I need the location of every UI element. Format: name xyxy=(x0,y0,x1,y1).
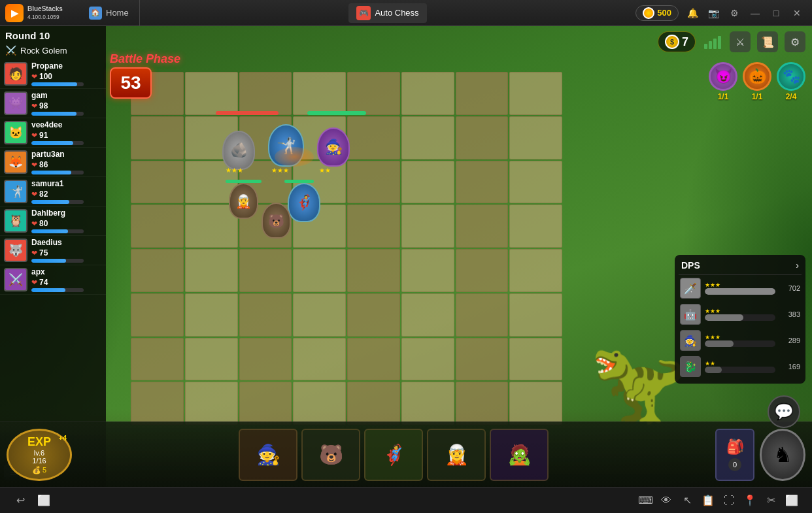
board-cell[interactable] xyxy=(131,338,184,381)
board-cell[interactable] xyxy=(239,338,292,381)
shop-slot-3[interactable]: 🧝 xyxy=(427,429,486,481)
board-cell[interactable] xyxy=(401,72,454,115)
board-cell[interactable] xyxy=(131,293,184,337)
board-cell[interactable] xyxy=(456,382,509,425)
game-tab[interactable]: 🎮 Auto Chess xyxy=(348,3,426,23)
shop-slot-4[interactable]: 🧟 xyxy=(490,429,549,481)
board-cell[interactable] xyxy=(456,116,509,159)
maximize-btn[interactable]: □ xyxy=(769,6,783,20)
board-cell[interactable] xyxy=(293,249,346,292)
board-cell[interactable] xyxy=(509,205,562,248)
shop-slot-0[interactable]: 🧙 xyxy=(239,429,297,481)
sword-icon: ⚔️ xyxy=(5,45,16,56)
board-cell[interactable] xyxy=(131,116,184,159)
settings-btn[interactable]: ⚙ xyxy=(727,6,741,20)
board-cell[interactable] xyxy=(347,293,400,337)
cursor-icon[interactable]: ↖ xyxy=(680,493,694,508)
swords-icon-btn[interactable]: ⚔ xyxy=(730,31,751,52)
scroll-icon-btn[interactable]: 📜 xyxy=(757,31,778,52)
board-cell[interactable] xyxy=(239,382,292,425)
board-cell[interactable] xyxy=(131,382,184,425)
board-cell[interactable] xyxy=(509,382,562,425)
dps-bar xyxy=(705,340,775,347)
board-cell[interactable] xyxy=(456,205,509,248)
board-cell[interactable] xyxy=(401,161,454,204)
board-cell[interactable] xyxy=(509,249,562,292)
board-cell[interactable] xyxy=(509,72,562,115)
board-cell[interactable] xyxy=(509,293,562,337)
board-cell[interactable] xyxy=(239,293,292,337)
shop-char-icon: 🐻 xyxy=(319,443,343,466)
board-cell[interactable] xyxy=(239,72,292,115)
board-cell[interactable] xyxy=(347,382,400,425)
synergy-item-2[interactable]: 🐾 2/4 xyxy=(777,62,805,101)
fullscreen-icon[interactable]: ⛶ xyxy=(722,493,736,508)
game-area: 🪨 🤺 🧙 ★★★ ★★★ ★★ 🧝 🦸 xyxy=(0,26,812,487)
board-cell[interactable] xyxy=(293,293,346,337)
board-cell[interactable] xyxy=(456,161,509,204)
board-cell[interactable] xyxy=(509,161,562,204)
board-cell[interactable] xyxy=(401,338,454,381)
eye-icon[interactable]: 👁 xyxy=(659,493,673,508)
shop-slot-1[interactable]: 🐻 xyxy=(301,429,360,481)
board-cell[interactable] xyxy=(347,72,400,115)
home-btn[interactable]: ⬜ xyxy=(37,493,51,508)
board-cell[interactable] xyxy=(456,72,509,115)
board-cell[interactable] xyxy=(401,382,454,425)
close-btn[interactable]: ✕ xyxy=(790,6,804,20)
camera-btn[interactable]: 📷 xyxy=(706,6,720,20)
synergy-item-1[interactable]: 🎃 1/1 xyxy=(743,62,771,101)
chessboard[interactable]: 🪨 🤺 🧙 ★★★ ★★★ ★★ 🧝 🦸 xyxy=(111,59,582,438)
board-cell[interactable] xyxy=(293,382,346,425)
back-btn[interactable]: ↩ xyxy=(13,493,27,508)
player-hp: ❤ 82 xyxy=(31,190,102,199)
dps-value: 383 xyxy=(779,310,800,318)
dps-rows: 🗡️ ★★★ 702 🤖 ★★★ 383 🧙 ★★★ 289 🐉 ★★ xyxy=(679,275,802,380)
copy-icon[interactable]: 📋 xyxy=(701,493,715,508)
board-cell[interactable] xyxy=(456,249,509,292)
shop-slot-2[interactable]: 🦸 xyxy=(364,429,423,481)
battery-icon xyxy=(702,31,723,52)
board-cell[interactable] xyxy=(131,205,184,248)
player-hp: ❤ 75 xyxy=(31,248,102,257)
exp-panel[interactable]: +4 EXP lv.6 1/16 💰 5 xyxy=(7,429,72,481)
notification-btn[interactable]: 🔔 xyxy=(685,6,700,20)
location-icon[interactable]: 📍 xyxy=(743,493,757,508)
board-cell[interactable] xyxy=(456,338,509,381)
board-cell[interactable] xyxy=(239,249,292,292)
board-cell[interactable] xyxy=(456,293,509,337)
board-cell[interactable] xyxy=(293,72,346,115)
board-cell[interactable] xyxy=(293,338,346,381)
board-cell[interactable] xyxy=(185,72,238,115)
board-cell[interactable] xyxy=(401,249,454,292)
dps-arrow-icon[interactable]: › xyxy=(796,260,799,271)
board-cell[interactable] xyxy=(347,338,400,381)
home-tab[interactable]: 🏠 Home xyxy=(78,0,140,25)
board-cell[interactable] xyxy=(509,338,562,381)
synergy-item-0[interactable]: 😈 1/1 xyxy=(709,62,737,101)
keyboard-icon[interactable]: ⌨ xyxy=(638,493,652,508)
chat-button[interactable]: 💬 xyxy=(768,395,800,428)
board-cell[interactable] xyxy=(509,116,562,159)
gear-icon-btn[interactable]: ⚙ xyxy=(785,31,805,52)
board-cell[interactable] xyxy=(185,338,238,381)
board-cell[interactable] xyxy=(131,249,184,292)
board-cell[interactable] xyxy=(185,382,238,425)
board-cell[interactable] xyxy=(347,249,400,292)
player-item: 👾 gam ❤ 98 xyxy=(0,89,106,118)
board-cell[interactable] xyxy=(185,249,238,292)
board-cell[interactable] xyxy=(401,116,454,159)
hp-value: 80 xyxy=(39,219,48,228)
refresh-button[interactable]: 🎒 0 xyxy=(715,429,754,481)
board-cell[interactable] xyxy=(401,205,454,248)
minimize-btn[interactable]: — xyxy=(748,6,762,20)
player-avatar: ⚔️ xyxy=(4,268,27,291)
window-icon[interactable]: ⬜ xyxy=(785,493,799,508)
board-cell[interactable] xyxy=(131,161,184,204)
board-cell[interactable] xyxy=(401,293,454,337)
scissors-icon[interactable]: ✂ xyxy=(764,493,778,508)
board-cell[interactable] xyxy=(185,293,238,337)
bar-1 xyxy=(704,44,707,49)
knight-button[interactable]: ♞ xyxy=(760,429,805,481)
player-hp: ❤ 80 xyxy=(31,219,102,228)
